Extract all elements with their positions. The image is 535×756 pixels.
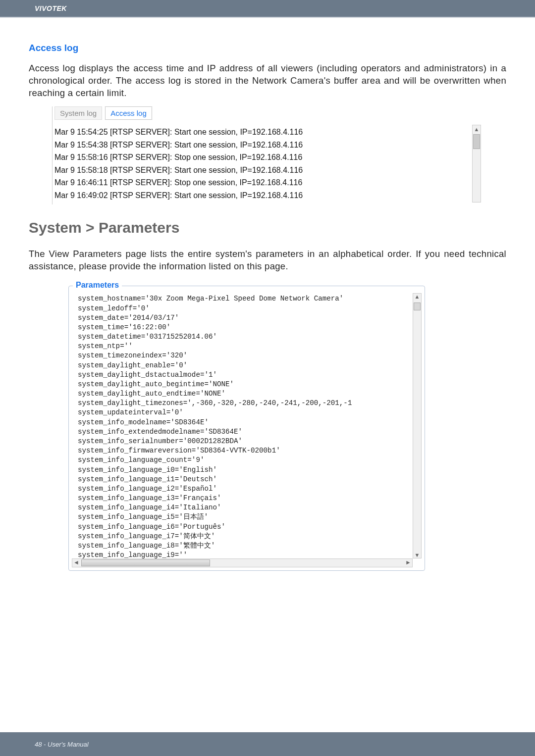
- scroll-right-icon: ►: [405, 559, 411, 566]
- parameters-text: system_hostname='30x Zoom Mega-Pixel Spe…: [78, 294, 414, 560]
- param-line: system_info_language_i0='English': [78, 466, 217, 474]
- accesslog-title: Access log: [29, 43, 506, 53]
- param-line: system_info_modelname='SD8364E': [78, 418, 209, 426]
- param-line: system_info_language_i9='': [78, 551, 187, 559]
- page-footer: 48 - User's Manual: [0, 732, 535, 756]
- param-line: system_daylight_auto_begintime='NONE': [78, 380, 234, 388]
- param-line: system_daylight_enable='0': [78, 361, 187, 369]
- parameters-desc: The View Parameters page lists the entir…: [29, 248, 506, 273]
- param-line: system_updateinterval='0': [78, 408, 183, 416]
- param-line: system_info_serialnumber='0002D1282BDA': [78, 437, 242, 445]
- brand-label: VIVOTEK: [35, 4, 67, 12]
- parameters-panel: Parameters system_hostname='30x Zoom Meg…: [68, 286, 425, 571]
- parameters-heading: System > Parameters: [29, 219, 506, 236]
- footer-text: 48 - User's Manual: [35, 741, 89, 748]
- param-line: system_daylight_auto_endtime='NONE': [78, 390, 225, 398]
- log-vertical-scrollbar[interactable]: ▲: [472, 125, 481, 203]
- param-line: system_date='2014/03/17': [78, 314, 179, 322]
- tab-accesslog[interactable]: Access log: [105, 106, 152, 120]
- tab-systemlog[interactable]: System log: [54, 106, 102, 120]
- accesslog-panel: System log Access log Mar 9 15:54:25 [RT…: [52, 106, 483, 205]
- param-line: system_hostname='30x Zoom Mega-Pixel Spe…: [78, 295, 343, 302]
- scroll-thumb[interactable]: [473, 134, 480, 149]
- param-line: system_info_firmwareversion='SD8364-VVTK…: [78, 447, 280, 454]
- scroll-up-icon: ▲: [413, 294, 421, 300]
- param-line: system_daylight_timezones=',-360,-320,-2…: [78, 399, 352, 407]
- param-line: system_info_language_i2='Español': [78, 485, 217, 493]
- log-line: Mar 9 15:58:18 [RTSP SERVER]: Start one …: [54, 164, 480, 177]
- param-line: system_info_language_i7='简体中文': [78, 532, 215, 540]
- log-line: Mar 9 16:49:02 [RTSP SERVER]: Start one …: [54, 189, 480, 202]
- log-tabs: System log Access log: [53, 106, 483, 120]
- param-line: system_info_language_i6='Português': [78, 523, 225, 531]
- scroll-thumb[interactable]: [81, 559, 210, 566]
- param-line: system_info_language_i1='Deutsch': [78, 475, 217, 483]
- param-line: system_ledoff='0': [78, 304, 150, 312]
- log-line: Mar 9 15:54:25 [RTSP SERVER]: Start one …: [54, 126, 480, 139]
- param-line: system_daylight_dstactualmode='1': [78, 371, 217, 379]
- scroll-left-icon: ◄: [73, 559, 79, 566]
- page-header: VIVOTEK: [0, 0, 535, 18]
- param-line: system_timezoneindex='320': [78, 352, 187, 359]
- parameters-legend: Parameters: [73, 281, 122, 290]
- page-content: Access log Access log displays the acces…: [0, 18, 535, 571]
- param-line: system_time='16:22:00': [78, 323, 170, 331]
- params-vertical-scrollbar[interactable]: ▲ ▼: [413, 293, 422, 558]
- scroll-thumb[interactable]: [414, 302, 421, 310]
- param-line: system_ntp='': [78, 342, 133, 350]
- param-line: system_datetime='031715252014.06': [78, 333, 217, 341]
- log-line: Mar 9 15:54:38 [RTSP SERVER]: Start one …: [54, 139, 480, 151]
- param-line: system_info_language_i8='繁體中文': [78, 542, 215, 550]
- scroll-down-icon: ▼: [413, 552, 421, 558]
- param-line: system_info_language_i4='Italiano': [78, 504, 221, 511]
- params-horizontal-scrollbar[interactable]: ◄ ►: [72, 558, 413, 567]
- param-line: system_info_language_i3='Français': [78, 494, 221, 502]
- scroll-up-icon: ▲: [473, 125, 481, 134]
- param-line: system_info_language_i5='日本語': [78, 513, 208, 521]
- log-line: Mar 9 15:58:16 [RTSP SERVER]: Stop one s…: [54, 151, 480, 164]
- param-line: system_info_language_count='9': [78, 456, 204, 464]
- log-line: Mar 9 16:46:11 [RTSP SERVER]: Stop one s…: [54, 176, 480, 189]
- accesslog-lines: Mar 9 15:54:25 [RTSP SERVER]: Start one …: [53, 123, 483, 205]
- accesslog-desc: Access log displays the access time and …: [29, 62, 506, 100]
- param-line: system_info_extendedmodelname='SD8364E': [78, 428, 242, 436]
- parameters-body: system_hostname='30x Zoom Mega-Pixel Spe…: [71, 291, 423, 568]
